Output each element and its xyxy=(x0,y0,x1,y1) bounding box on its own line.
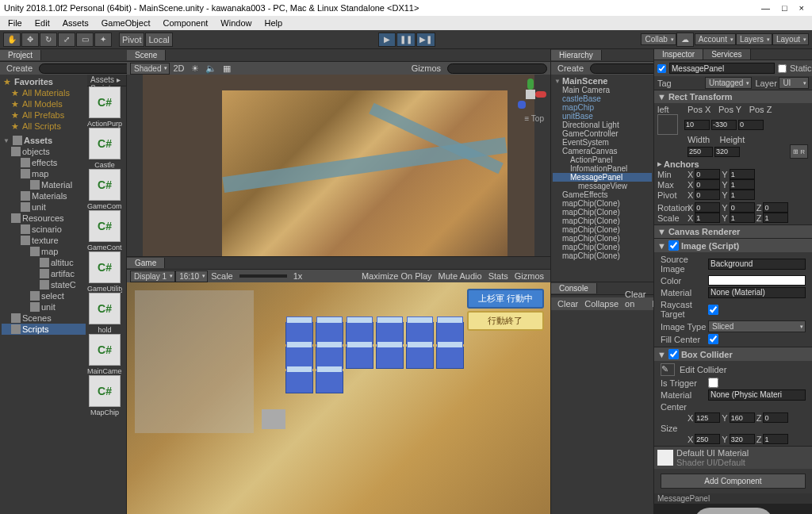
hand-tool[interactable]: ✋ xyxy=(3,33,21,47)
folder-material[interactable]: Material xyxy=(2,179,86,190)
folder-statec[interactable]: stateC xyxy=(2,279,86,290)
folder-materials[interactable]: Materials xyxy=(2,190,86,201)
services-tab[interactable]: Services xyxy=(703,49,750,59)
scene-tab[interactable]: Scene xyxy=(127,50,166,60)
scene-view[interactable]: ≡ Top xyxy=(127,75,550,257)
folder-unit[interactable]: unit xyxy=(2,301,86,313)
game-gizmos[interactable]: Gizmos xyxy=(511,271,547,281)
collider-material-field[interactable]: None (Physic Materi xyxy=(708,389,806,401)
hierarchy-create[interactable]: Create xyxy=(554,63,587,73)
pivot-toggle[interactable]: Pivot xyxy=(119,33,144,47)
scene-shaded[interactable]: Shaded xyxy=(130,63,170,75)
project-search[interactable] xyxy=(39,63,139,74)
height-field[interactable] xyxy=(714,147,740,157)
hierarchy-item[interactable]: mapChip xyxy=(553,103,652,112)
hierarchy-item[interactable]: Directional Light xyxy=(553,121,652,129)
tag-dropdown[interactable]: Untagged xyxy=(705,77,752,89)
folder-unit[interactable]: unit xyxy=(2,201,86,213)
boxcollider-header[interactable]: ▼Box Collider xyxy=(654,347,812,361)
posx-field[interactable] xyxy=(684,120,710,130)
hierarchy-tab[interactable]: Hierarchy xyxy=(551,50,602,60)
image-component-header[interactable]: ▼Image (Script) xyxy=(654,239,812,252)
transform-tool[interactable]: ✦ xyxy=(94,33,112,47)
menu-gameobject[interactable]: GameObject xyxy=(95,18,157,28)
window-close[interactable]: × xyxy=(799,3,804,13)
hierarchy-item[interactable]: Main Camera xyxy=(553,86,652,94)
pause-button[interactable]: ❚❚ xyxy=(396,33,416,47)
hierarchy-item[interactable]: GameEffects xyxy=(553,190,652,199)
hierarchy-item[interactable]: EventSystem xyxy=(553,138,652,147)
hierarchy-item[interactable]: InfomationPanel xyxy=(553,164,652,173)
collab-dropdown[interactable]: Collab xyxy=(641,33,676,45)
color-field[interactable] xyxy=(708,275,806,286)
hierarchy-item[interactable]: GameController xyxy=(553,129,652,138)
hierarchy-item[interactable]: CameraCanvas xyxy=(553,147,652,155)
local-toggle[interactable]: Local xyxy=(145,33,172,47)
menu-window[interactable]: Window xyxy=(214,18,258,28)
inspector-tab[interactable]: Inspector xyxy=(654,49,703,59)
window-maximize[interactable]: □ xyxy=(782,3,787,13)
scene-fx-icon[interactable]: ▦ xyxy=(220,63,234,74)
scale-tool[interactable]: ⤢ xyxy=(58,33,75,47)
fav-all-materials[interactable]: ★All Materials xyxy=(2,87,86,98)
static-checkbox[interactable] xyxy=(778,64,787,73)
menu-help[interactable]: Help xyxy=(258,18,289,28)
folder-scinario[interactable]: scinario xyxy=(2,224,86,235)
game-maxonplay[interactable]: Maximize On Play xyxy=(358,271,435,281)
menu-edit[interactable]: Edit xyxy=(29,18,56,28)
preview-header[interactable]: MessagePanel xyxy=(654,493,812,504)
rect-transform-header[interactable]: ▼Rect Transform xyxy=(654,90,812,103)
console-tab[interactable]: Console xyxy=(551,283,597,293)
hierarchy-item[interactable]: unitBase xyxy=(553,112,652,121)
imagetype-dropdown[interactable]: Sliced xyxy=(708,320,806,332)
canvas-renderer-header[interactable]: ▼Canvas Renderer xyxy=(654,225,812,238)
scene-search[interactable] xyxy=(447,63,547,74)
menu-assets[interactable]: Assets xyxy=(56,18,95,28)
istrigger-checkbox[interactable] xyxy=(708,378,718,388)
rect-tool[interactable]: ▭ xyxy=(76,33,94,47)
scene-gizmo[interactable] xyxy=(515,79,546,110)
hierarchy-item[interactable]: mapChip(Clone) xyxy=(553,199,652,208)
layer-dropdown[interactable]: UI xyxy=(779,77,809,89)
folder-select[interactable]: select xyxy=(2,290,86,301)
game-tab[interactable]: Game xyxy=(127,258,165,268)
menu-component[interactable]: Component xyxy=(156,18,214,28)
fav-all-prefabs[interactable]: ★All Prefabs xyxy=(2,109,86,121)
menu-file[interactable]: File xyxy=(2,18,29,28)
hierarchy-item[interactable]: mapChip(Clone) xyxy=(553,243,652,251)
game-scale-slider[interactable] xyxy=(239,274,287,278)
play-button[interactable]: ▶ xyxy=(378,33,396,47)
fav-all-models[interactable]: ★All Models xyxy=(2,98,86,109)
scene-audio-icon[interactable]: 🔈 xyxy=(202,63,220,74)
script-thumb[interactable]: C#hold xyxy=(87,293,122,334)
hierarchy-item[interactable]: mapChip(Clone) xyxy=(553,217,652,225)
scene-2d[interactable]: 2D xyxy=(170,63,187,73)
edit-collider-icon[interactable]: ✎ xyxy=(661,363,675,376)
folder-artifac[interactable]: artifac xyxy=(2,268,86,279)
project-create[interactable]: Create xyxy=(3,63,36,73)
hierarchy-item[interactable]: MessagePanel xyxy=(553,173,652,182)
folder-texture[interactable]: texture xyxy=(2,235,86,246)
posz-field[interactable] xyxy=(738,120,764,130)
move-tool[interactable]: ✥ xyxy=(21,33,39,47)
scene-light-icon[interactable]: ☀ xyxy=(188,63,202,74)
folder-effects[interactable]: effects xyxy=(2,157,86,168)
rotate-tool[interactable]: ↻ xyxy=(40,33,57,47)
add-component-button[interactable]: Add Component xyxy=(661,474,806,489)
layers-dropdown[interactable]: Layers xyxy=(736,33,772,45)
game-aspect[interactable]: 16:10 xyxy=(175,270,208,282)
script-thumb[interactable]: C#GameUtility xyxy=(87,251,122,293)
folder-altituc[interactable]: altituc xyxy=(2,257,86,268)
folder-objects[interactable]: objects xyxy=(2,146,86,157)
object-active-checkbox[interactable] xyxy=(657,64,666,73)
script-thumb[interactable]: C#Castle xyxy=(87,128,122,169)
script-thumb[interactable]: C#MainCamer... xyxy=(87,334,122,375)
cloud-button[interactable]: ☁ xyxy=(676,33,694,47)
game-end-turn[interactable]: 行動終了 xyxy=(467,311,544,331)
hierarchy-scene[interactable]: ▼MainScene xyxy=(553,76,652,86)
scene-gizmos[interactable]: Gizmos xyxy=(408,63,444,73)
folder-resources[interactable]: Resources xyxy=(2,213,86,224)
script-thumb[interactable]: C#ActionPurp... xyxy=(87,86,122,128)
project-tab[interactable]: Project xyxy=(0,50,41,60)
game-view[interactable]: 上杉軍 行動中 行動終了 xyxy=(127,282,550,514)
